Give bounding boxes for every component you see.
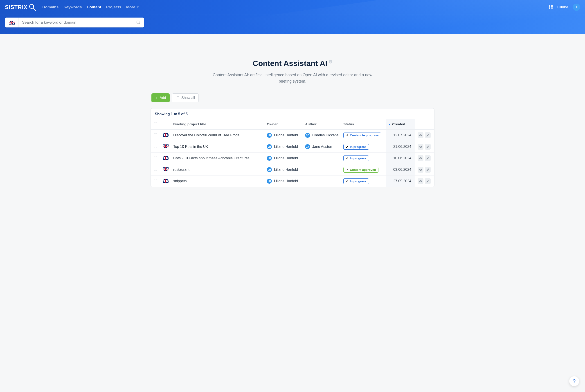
page-title: Content Assistant AI ?: [253, 59, 332, 68]
view-button[interactable]: [418, 144, 424, 150]
plus-icon: +: [155, 96, 157, 100]
edit-button[interactable]: [425, 167, 431, 172]
nav-item-domains[interactable]: Domains: [42, 5, 58, 10]
magnifier-icon: [28, 3, 36, 11]
row-title[interactable]: restaurant: [171, 164, 265, 176]
edit-button[interactable]: [425, 132, 431, 138]
briefings-table: Briefing project title Owner Author Stat…: [151, 119, 434, 187]
row-owner: LH Liliane Hanfeld: [267, 179, 301, 184]
table-row: Cats - 10 Facts about these Adorable Cre…: [151, 152, 434, 164]
row-title[interactable]: Discover the Colorful World of Tree Frog…: [171, 130, 265, 141]
row-checkbox[interactable]: [154, 145, 157, 148]
row-owner: LH Liliane Hanfeld: [267, 156, 301, 161]
owner-avatar: LH: [267, 156, 272, 161]
row-checkbox[interactable]: [154, 133, 157, 136]
edit-button[interactable]: [425, 178, 431, 184]
select-all-checkbox[interactable]: [154, 122, 157, 125]
status-badge: In progress: [343, 178, 369, 184]
row-title[interactable]: snippets: [171, 176, 265, 187]
row-checkbox[interactable]: [154, 179, 157, 182]
flag-gb-icon: [163, 156, 168, 160]
row-created: 10.06.2024: [386, 152, 415, 164]
global-search: [5, 18, 144, 28]
table-row: Discover the Colorful World of Tree Frog…: [151, 130, 434, 141]
view-button[interactable]: [418, 155, 424, 161]
owner-avatar: LH: [267, 179, 272, 184]
brand-logo[interactable]: SISTRIX: [5, 3, 36, 11]
row-owner: LH Liliane Hanfeld: [267, 133, 301, 138]
help-icon[interactable]: ?: [329, 60, 332, 64]
row-created: 21.06.2024: [386, 141, 415, 152]
table-row: restaurant LH Liliane Hanfeld Content ap…: [151, 164, 434, 176]
search-button[interactable]: [133, 18, 144, 28]
col-owner[interactable]: Owner: [265, 119, 303, 130]
nav-item-content[interactable]: Content: [87, 5, 101, 10]
top-nav: SISTRIX DomainsKeywordsContentProjectsMo…: [0, 0, 585, 14]
status-badge: Content approved: [343, 167, 378, 172]
svg-line-3: [139, 23, 140, 24]
table-row: Top 10 Pets in the UK LH Liliane Hanfeld…: [151, 141, 434, 152]
status-badge: Content in progress: [343, 132, 381, 138]
apps-grid-icon[interactable]: [549, 5, 553, 9]
search-icon: [136, 20, 141, 25]
author-avatar: JA: [305, 144, 310, 149]
pencil-icon: [426, 134, 430, 137]
row-author: CD Charles Dickens: [305, 133, 339, 138]
author-avatar: CD: [305, 133, 310, 138]
nav-item-more[interactable]: More: [126, 5, 139, 10]
col-created[interactable]: ▼Created: [386, 119, 415, 130]
edit-button[interactable]: [425, 144, 431, 150]
row-checkbox[interactable]: [154, 156, 157, 159]
owner-avatar: LH: [267, 144, 272, 149]
eye-icon: [419, 134, 422, 137]
brand-name: SISTRIX: [5, 4, 27, 10]
col-author[interactable]: Author: [303, 119, 341, 130]
view-button[interactable]: [418, 167, 424, 172]
pencil-icon: [426, 168, 430, 172]
pencil-icon: [346, 157, 349, 160]
col-status[interactable]: Status: [341, 119, 386, 130]
row-checkbox[interactable]: [154, 168, 157, 171]
pencil-icon: [346, 180, 349, 182]
eye-icon: [419, 156, 422, 160]
row-created: 03.06.2024: [386, 164, 415, 176]
show-all-button[interactable]: Show all: [172, 94, 199, 102]
edit-button[interactable]: [425, 155, 431, 161]
owner-avatar: LH: [267, 133, 272, 138]
user-avatar[interactable]: LH: [573, 4, 580, 11]
row-created: 12.07.2024: [386, 130, 415, 141]
flag-gb-icon: [9, 21, 15, 24]
owner-avatar: LH: [267, 167, 272, 172]
view-button[interactable]: [418, 178, 424, 184]
table-row: snippets LH Liliane Hanfeld In progress …: [151, 176, 434, 187]
user-icon: [346, 134, 349, 136]
search-country-selector[interactable]: [5, 18, 18, 28]
svg-line-1: [33, 8, 36, 10]
row-owner: LH Liliane Hanfeld: [267, 167, 301, 172]
user-name[interactable]: Liliane: [557, 5, 568, 10]
pencil-icon: [426, 145, 430, 148]
row-owner: LH Liliane Hanfeld: [267, 144, 301, 149]
nav-item-keywords[interactable]: Keywords: [63, 5, 82, 10]
pencil-icon: [426, 156, 430, 160]
row-title[interactable]: Top 10 Pets in the UK: [171, 141, 265, 152]
col-title[interactable]: Briefing project title: [171, 119, 265, 130]
eye-icon: [419, 180, 422, 183]
row-author: JA Jane Austen: [305, 144, 339, 149]
view-button[interactable]: [418, 132, 424, 138]
pencil-icon: [426, 180, 430, 183]
flag-gb-icon: [163, 168, 168, 171]
flag-gb-icon: [163, 144, 168, 148]
page-description: Content Assistant AI: artificial intelli…: [211, 72, 374, 84]
chevron-down-icon: [137, 6, 139, 8]
row-title[interactable]: Cats - 10 Facts about these Adorable Cre…: [171, 152, 265, 164]
add-button[interactable]: + Add: [151, 94, 170, 102]
search-input[interactable]: [18, 20, 133, 25]
table-summary: Showing 1 to 5 of 5: [151, 108, 434, 119]
pencil-icon: [346, 145, 349, 148]
floating-help-button[interactable]: ?: [569, 376, 579, 386]
nav-item-projects[interactable]: Projects: [106, 5, 121, 10]
sort-desc-icon: ▼: [388, 123, 391, 126]
status-badge: In progress: [343, 144, 369, 150]
check-icon: [346, 168, 349, 171]
